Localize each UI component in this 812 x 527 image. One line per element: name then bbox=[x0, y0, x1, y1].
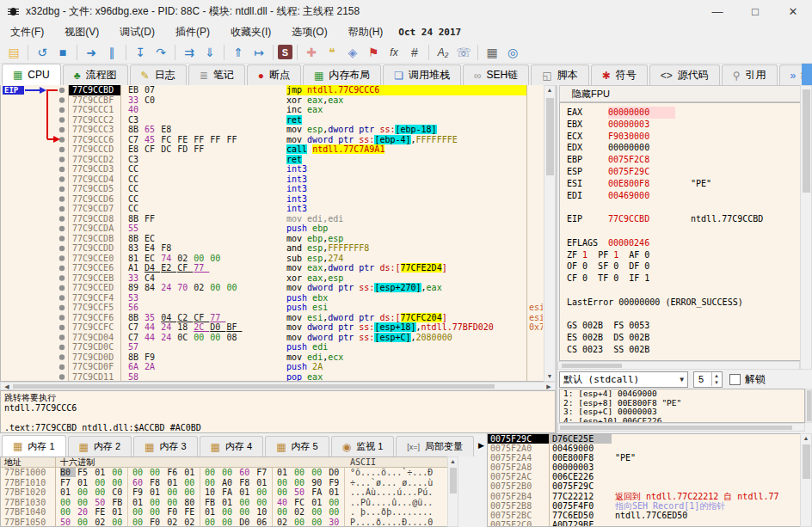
disasm-row[interactable]: 77C9CCD3CC int3 bbox=[68, 164, 543, 175]
tab-内存 4[interactable]: ▦内存 4 bbox=[200, 436, 264, 457]
breakpoint-dot[interactable] bbox=[59, 137, 65, 142]
disassembly-hscrollbar[interactable]: ◀ ▶ bbox=[0, 382, 556, 390]
menu-item-3[interactable]: 插件(P) bbox=[165, 23, 220, 41]
breakpoint-dot[interactable] bbox=[59, 315, 65, 320]
maximize-button[interactable]: □ bbox=[736, 0, 774, 22]
disasm-row[interactable]: 77C9CCE6A1 D4 E2 CF 77 mov eax,dword ptr… bbox=[68, 263, 543, 273]
tab-内存布局[interactable]: ▦内存布局 bbox=[303, 64, 381, 85]
breakpoint-dot[interactable] bbox=[59, 266, 65, 271]
disasm-row[interactable]: 77C9CCD88B FF mov edi,edi bbox=[68, 214, 543, 224]
stack-row[interactable]: 0075F2C0A0D729BF bbox=[488, 520, 811, 527]
disasm-row[interactable]: 77C9CCC140 inc eax bbox=[68, 105, 543, 115]
stack-row[interactable]: 0075F2AC006CE226 bbox=[488, 472, 811, 481]
assemble-icon[interactable]: A₂ bbox=[434, 44, 452, 61]
call-arguments-list[interactable]: 1: [esp+4] 004690002: [esp+8] 00E800F8 "… bbox=[559, 389, 805, 423]
stack-row[interactable]: 0075F2B80075F4F0指向SEH_Record[1]的指针 bbox=[488, 501, 811, 511]
tab-监视 1[interactable]: ◉监视 1 bbox=[331, 436, 395, 457]
run-until-return-icon[interactable]: ⇓ bbox=[200, 44, 219, 61]
memory-row[interactable]: 77BF102001 00 00 C0F9 01 00 0010 FA 01 0… bbox=[1, 487, 458, 498]
tab-笔记[interactable]: ≣笔记 bbox=[188, 64, 245, 85]
minimize-button[interactable]: — bbox=[698, 0, 736, 22]
breakpoint-dot[interactable] bbox=[59, 334, 65, 340]
disasm-row[interactable]: 77C9CCD6CC int3 bbox=[68, 194, 543, 205]
stack-row[interactable]: 0075F2A000469000 bbox=[488, 444, 811, 453]
tab-内存 3[interactable]: ▦内存 3 bbox=[133, 436, 198, 457]
tab-CPU[interactable]: ▦CPU bbox=[2, 64, 61, 85]
arguments-vscrollbar[interactable] bbox=[805, 389, 812, 423]
stack-row[interactable]: 0075F2A800000003 bbox=[488, 463, 811, 472]
breakpoint-dot[interactable] bbox=[59, 295, 65, 300]
breakpoint-dot[interactable] bbox=[59, 107, 65, 113]
breakpoint-dot[interactable] bbox=[59, 354, 65, 359]
tab-scroll-right-button[interactable] bbox=[802, 64, 812, 85]
disasm-row[interactable]: 77C9CCED89 84 24 70 02 00 00 mov dword p… bbox=[68, 283, 543, 293]
memory-dump-view[interactable]: 地址 十六进制 ASCII 77BF1000B0 F5 01 0000 00 F… bbox=[0, 457, 458, 527]
register-value[interactable]: 00E800F8 bbox=[608, 178, 675, 190]
tab-断点[interactable]: ●断点 bbox=[247, 64, 301, 85]
disasm-row[interactable]: 77C9CCEB33 C4 xor eax,esp bbox=[68, 273, 543, 284]
disasm-row[interactable]: 77C9CCD4CC int3 bbox=[68, 175, 543, 185]
tab-内存 5[interactable]: ▦内存 5 bbox=[265, 436, 329, 457]
register-value[interactable]: 0075F29C bbox=[608, 166, 675, 178]
tab-流程图[interactable]: ♣流程图 bbox=[63, 64, 128, 85]
calculator-icon[interactable]: ▦ bbox=[483, 44, 501, 61]
tab-引用[interactable]: ⚲引用 bbox=[722, 64, 778, 85]
tab-日志[interactable]: ✎日志 bbox=[130, 64, 187, 85]
disasm-row[interactable]: 77C9CCCDE8 CF DC FD FF call ntdll.77C7A9… bbox=[68, 144, 543, 155]
tab-局部变量[interactable]: [x=]局部变量 bbox=[396, 436, 474, 457]
disasm-row[interactable]: 77C9CCF453 push ebx bbox=[68, 293, 543, 303]
stop-icon[interactable]: ■ bbox=[53, 44, 72, 61]
register-value[interactable]: 00000000 bbox=[608, 107, 675, 119]
disasm-row[interactable]: 77C9CCD5CC int3 bbox=[68, 184, 543, 194]
stack-row[interactable]: 0075F2B00075F29C bbox=[488, 481, 811, 491]
register-value[interactable]: 00469000 bbox=[608, 190, 675, 202]
disasm-row[interactable]: 77C9CCE081 EC 74 02 00 00 sub esp,274 bbox=[68, 254, 543, 264]
stack-row[interactable]: 0075F2B477C22212返回到 ntdll.77C22212 自 ntd… bbox=[488, 492, 811, 501]
stack-vscrollbar[interactable]: ▲ bbox=[800, 433, 812, 527]
pause-icon[interactable]: ∥ bbox=[102, 44, 121, 61]
disasm-row[interactable]: 77C9CCDA55 push ebp bbox=[68, 224, 543, 234]
breakpoint-dot[interactable] bbox=[59, 167, 65, 172]
breakpoint-dot[interactable] bbox=[59, 374, 65, 379]
bookmark-icon[interactable]: ⚑ bbox=[364, 44, 383, 61]
breakpoint-dot[interactable] bbox=[59, 127, 65, 132]
menu-item-1[interactable]: 视图(V) bbox=[54, 23, 109, 41]
register-value[interactable]: F9030000 bbox=[608, 131, 675, 143]
disasm-row[interactable]: 77C9CCC6C7 45 FC FE FF FF FF mov dword p… bbox=[68, 135, 543, 145]
breakpoint-dot[interactable] bbox=[59, 176, 65, 181]
breakpoint-dot[interactable] bbox=[59, 325, 65, 330]
breakpoint-dot[interactable] bbox=[59, 226, 65, 231]
breakpoint-dot[interactable] bbox=[59, 97, 65, 102]
disasm-row[interactable]: 77C9CCFCC7 44 24 18 2C D0 BF mov dword p… bbox=[68, 322, 543, 333]
calling-convention-select[interactable]: 默认 (stdcall) ▼ bbox=[559, 371, 688, 388]
register-value[interactable]: 00000003 bbox=[608, 119, 675, 131]
disasm-row[interactable]: 77C9CCC2C3 ret bbox=[68, 115, 543, 126]
spinner-arrows-icon[interactable]: ▲▼ bbox=[711, 372, 721, 386]
step-out-icon[interactable]: ⇑ bbox=[229, 44, 248, 61]
disasm-row[interactable]: 77C9CCF68B 35 04 C2 CF 77 mov esi,dword … bbox=[68, 313, 543, 323]
stack-row[interactable]: 0075F2BC77C6ED50ntdll.77C6ED50 bbox=[488, 511, 811, 520]
breakpoint-dot[interactable] bbox=[59, 236, 65, 241]
stack-row[interactable]: 0075F29CD76CE25E bbox=[488, 434, 811, 444]
function-icon[interactable]: fx bbox=[384, 44, 403, 61]
breakpoint-dot[interactable] bbox=[59, 216, 65, 221]
disasm-row[interactable]: 77C9CCF556 push esiesi: bbox=[68, 303, 543, 313]
close-button[interactable]: ✕ bbox=[774, 0, 812, 22]
stack-view[interactable]: 0075F29CD76CE25E0075F2A0004690000075F2A4… bbox=[487, 433, 812, 527]
memory-row[interactable]: 77BF105050 00 02 0000 F0 02 0200 00 D0 0… bbox=[1, 518, 458, 527]
disasm-row[interactable]: 77C9CCC38B 65 E8 mov esp,dword ptr ss:[e… bbox=[68, 125, 543, 135]
comment-icon[interactable]: ❝ bbox=[323, 44, 341, 61]
menu-item-4[interactable]: 收藏夹(I) bbox=[220, 23, 281, 41]
breakpoint-dot[interactable] bbox=[59, 255, 65, 260]
phone-icon[interactable]: ☏ bbox=[454, 44, 473, 61]
tab-内存 2[interactable]: ▦内存 2 bbox=[68, 436, 132, 457]
register-value[interactable]: 00000246 bbox=[608, 237, 675, 249]
disasm-row[interactable]: 77C9CD1158 pop eax bbox=[68, 372, 543, 383]
run-icon[interactable]: ➜ bbox=[82, 44, 101, 61]
unlock-checkbox[interactable]: 解锁 bbox=[729, 372, 766, 387]
register-value[interactable]: 77C9CCBD bbox=[608, 213, 675, 225]
tab-符号[interactable]: ✱符号 bbox=[591, 64, 648, 85]
breakpoint-dot[interactable] bbox=[59, 365, 65, 370]
menu-item-0[interactable]: 文件(F) bbox=[0, 23, 54, 41]
breakpoint-dot[interactable] bbox=[59, 117, 65, 122]
